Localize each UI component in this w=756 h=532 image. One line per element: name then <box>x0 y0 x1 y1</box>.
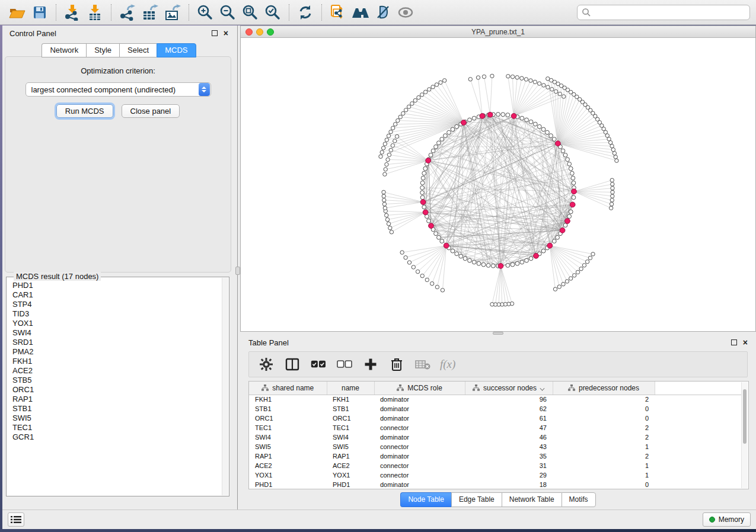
result-node[interactable]: SRD1 <box>12 338 222 347</box>
export-table-button[interactable] <box>139 3 161 22</box>
ring-node[interactable] <box>486 264 490 268</box>
ring-node[interactable] <box>440 137 444 142</box>
table-cell[interactable]: 46 <box>465 432 553 442</box>
table-row[interactable]: FKH1FKH1dominator962 <box>249 395 745 404</box>
table-cell[interactable]: 0 <box>553 414 655 423</box>
result-node[interactable]: SWI5 <box>12 414 222 423</box>
memory-button[interactable]: Memory <box>703 512 751 527</box>
ring-node[interactable] <box>444 134 448 138</box>
ring-node[interactable] <box>472 116 476 120</box>
table-cell[interactable]: PHD1 <box>327 480 374 489</box>
ring-node[interactable] <box>468 258 472 262</box>
leaf-node[interactable] <box>391 143 394 147</box>
leaf-node[interactable] <box>610 202 613 206</box>
ring-node[interactable] <box>571 176 575 180</box>
result-node[interactable]: GCR1 <box>12 432 222 442</box>
ring-node[interactable] <box>525 118 529 122</box>
ring-node[interactable] <box>423 166 428 171</box>
ring-node[interactable] <box>421 176 425 180</box>
export-image-button[interactable] <box>161 3 184 22</box>
leaf-node[interactable] <box>611 190 614 194</box>
leaf-node[interactable] <box>511 75 514 78</box>
select-all-button[interactable] <box>310 355 327 373</box>
ring-node[interactable] <box>569 210 573 214</box>
column-header-successor-nodes[interactable]: successor nodes <box>465 382 553 395</box>
ring-node[interactable] <box>541 249 546 253</box>
ring-node[interactable] <box>455 124 459 129</box>
splitter-handle[interactable] <box>235 267 240 275</box>
result-node[interactable]: ACE2 <box>12 366 222 376</box>
leaf-node[interactable] <box>404 256 407 259</box>
table-cell[interactable]: 61 <box>465 414 553 423</box>
leaf-node[interactable] <box>425 278 429 281</box>
ring-node[interactable] <box>506 113 510 117</box>
leaf-node[interactable] <box>395 134 398 138</box>
leaf-node[interactable] <box>389 148 393 152</box>
float-panel-icon[interactable] <box>731 339 737 345</box>
tab-style[interactable]: Style <box>86 43 119 57</box>
leaf-node[interactable] <box>608 140 612 144</box>
mcds-hub-node[interactable] <box>560 227 565 233</box>
leaf-node[interactable] <box>576 270 579 274</box>
ring-node[interactable] <box>440 239 444 243</box>
table-cell[interactable]: connector <box>374 470 465 480</box>
ring-node[interactable] <box>552 137 556 142</box>
leaf-node[interactable] <box>609 206 613 210</box>
refresh-button[interactable] <box>294 3 317 22</box>
table-scrollbar-thumb[interactable] <box>743 389 747 444</box>
leaf-node[interactable] <box>420 274 424 277</box>
leaf-node[interactable] <box>410 102 414 105</box>
ring-node[interactable] <box>422 205 426 209</box>
task-history-button[interactable] <box>8 512 24 527</box>
ring-node[interactable] <box>420 181 425 185</box>
table-cell[interactable]: 47 <box>465 423 553 432</box>
leaf-node[interactable] <box>611 194 614 198</box>
leaf-node[interactable] <box>401 111 405 115</box>
ring-node[interactable] <box>506 264 510 268</box>
ring-node[interactable] <box>447 130 451 134</box>
table-cell[interactable]: 96 <box>465 395 553 404</box>
leaf-node[interactable] <box>428 88 431 91</box>
table-cell[interactable]: FKH1 <box>249 395 327 404</box>
ring-node[interactable] <box>561 149 565 153</box>
tab-node-table[interactable]: Node Table <box>400 492 451 507</box>
ring-node[interactable] <box>472 260 476 264</box>
leaf-node[interactable] <box>533 80 537 84</box>
zoom-out-button[interactable] <box>216 3 239 22</box>
table-row[interactable]: TEC1TEC1connector472 <box>249 423 745 432</box>
leaf-node[interactable] <box>439 81 442 84</box>
leaf-node[interactable] <box>423 90 427 94</box>
search-input[interactable] <box>591 8 745 17</box>
leaf-node[interactable] <box>435 83 438 86</box>
leaf-node[interactable] <box>490 303 494 306</box>
mcds-hub-node[interactable] <box>511 113 516 118</box>
leaf-node[interactable] <box>557 285 561 289</box>
leaf-node[interactable] <box>417 95 420 99</box>
clone-network-button[interactable] <box>327 3 349 22</box>
delete-column-button[interactable] <box>388 355 406 373</box>
table-cell[interactable]: connector <box>374 461 465 470</box>
open-file-button[interactable] <box>6 3 28 22</box>
leaf-node[interactable] <box>588 256 592 259</box>
leaf-node[interactable] <box>550 88 554 91</box>
run-mcds-button[interactable]: Run MCDS <box>56 104 113 118</box>
table-cell[interactable]: 1 <box>553 442 655 451</box>
mcds-hub-node[interactable] <box>420 200 426 205</box>
network-graph[interactable] <box>241 38 755 331</box>
leaf-node[interactable] <box>482 75 486 78</box>
ring-node[interactable] <box>529 257 533 261</box>
leaf-node[interactable] <box>562 282 565 286</box>
leaf-node[interactable] <box>380 150 384 154</box>
leaf-node[interactable] <box>610 198 614 202</box>
table-cell[interactable]: SWI4 <box>327 432 374 442</box>
result-node[interactable]: ORC1 <box>12 385 222 395</box>
result-node[interactable]: CAR1 <box>12 290 222 300</box>
table-cell[interactable]: dominator <box>374 395 465 404</box>
leaf-node[interactable] <box>565 280 569 283</box>
import-network-button[interactable] <box>61 3 84 22</box>
ring-node[interactable] <box>451 249 455 253</box>
ring-node[interactable] <box>511 262 515 267</box>
leaf-node[interactable] <box>387 134 390 137</box>
leaf-node[interactable] <box>391 126 395 130</box>
table-cell[interactable]: 1 <box>553 470 655 480</box>
